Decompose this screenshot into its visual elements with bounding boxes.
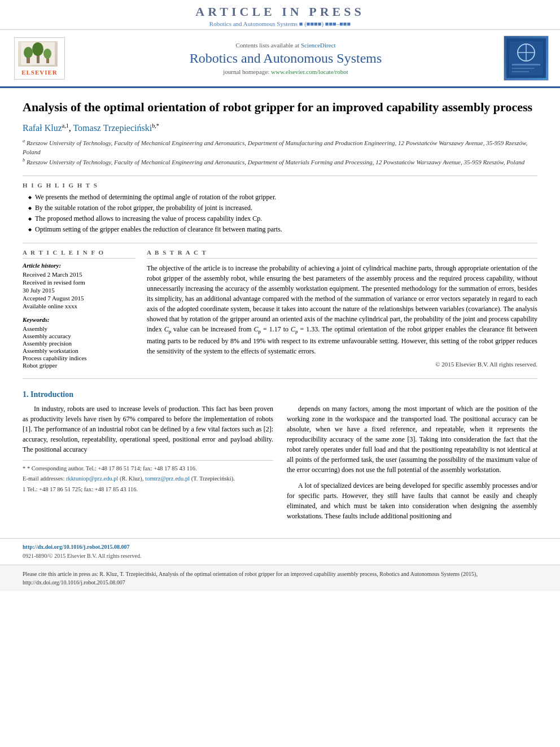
svg-point-6 [43,49,51,59]
received-line: Received 2 March 2015 [23,271,135,278]
history-heading: Article history: [23,262,135,269]
divider-3 [23,378,537,379]
revised-date: 30 July 2015 [23,287,135,294]
journal-cover-image [504,36,549,81]
bullet-2: ◆ [28,206,32,211]
elsevier-text: ELSEVIER [18,69,61,76]
article-in-press-banner: ARTICLE IN PRESS Robotics and Autonomous… [0,0,560,30]
available-line: Available online xxxx [23,303,135,309]
citation-bar: Please cite this article in press as: R.… [0,565,560,591]
svg-rect-12 [512,64,540,65]
journal-ref: Robotics and Autonomous Systems ■ (■■■■)… [0,20,560,27]
intro-col-right: depends on many factors, among the most … [287,404,537,527]
author-2-name: Tomasz Trzepieciński [73,123,152,133]
svg-rect-14 [512,71,529,72]
intro-para-2: depends on many factors, among the most … [287,404,537,475]
article-info-box: A R T I C L E I N F O Article history: R… [23,249,135,369]
svg-rect-13 [512,68,535,69]
intro-para-3: A lot of specialized devices are being d… [287,480,537,521]
divider-2 [23,243,537,243]
contents-line: Contents lists available at ScienceDirec… [68,42,504,49]
elsevier-logo-box: ELSEVIER [14,37,65,80]
footnote-corresponding: * * Corresponding author. Tel.: +48 17 8… [23,464,273,473]
highlight-item-4: ◆ Optimum setting of the gripper enables… [28,225,537,234]
highlights-list: ◆ We presents the method of determining … [23,193,537,234]
affiliations: a Rzeszow University of Technology, Facu… [23,138,537,167]
introduction-section: 1. Introduction In industry, robots are … [23,390,537,527]
article-info-heading: A R T I C L E I N F O [23,249,135,259]
keyword-6: Robot gripper [23,362,135,369]
highlight-item-2: ◆ By the suitable rotation of the robot … [28,204,537,212]
homepage-line: journal homepage: www.elsevier.com/locat… [68,68,504,75]
keyword-2: Assembly accuracy [23,333,135,339]
author-2-sup: b,* [152,123,159,129]
bullet-4: ◆ [28,227,32,232]
highlight-item-1: ◆ We presents the method of determining … [28,193,537,202]
author-1-sup: a,1 [62,123,69,129]
homepage-link[interactable]: www.elsevier.com/locate/robot [271,68,348,75]
sciencedirect-link[interactable]: ScienceDirect [301,42,336,49]
journal-name: Robotics and Autonomous Systems [68,51,504,66]
copyright-line: © 2015 Elsevier B.V. All rights reserved… [147,361,537,368]
aip-title: ARTICLE IN PRESS [0,5,560,19]
bullet-3: ◆ [28,216,32,221]
bullet-1: ◆ [28,195,32,200]
journal-title-center: Contents lists available at ScienceDirec… [68,42,504,75]
highlights-section: H I G H L I G H T S ◆ We presents the me… [23,182,537,234]
accepted-line: Accepted 7 August 2015 [23,295,135,302]
introduction-text: In industry, robots are used to increase… [23,404,537,527]
divider-1 [23,176,537,176]
intro-para-1: In industry, robots are used to increase… [23,404,273,455]
footnote-1: 1 Tel.: +48 17 86 51 725; fax: +48 17 85… [23,485,273,494]
svg-point-4 [32,42,43,56]
keyword-1: Assembly [23,325,135,332]
footnote-email: E-mail addresses: rkktuniop@prz.edu.pl (… [23,474,273,483]
journal-header: ELSEVIER Contents lists available at Sci… [0,30,560,88]
keyword-4: Assembly workstation [23,347,135,354]
abstract-text: The objective of the article is to incre… [147,263,537,356]
affiliation-b: b Rzeszow University of Technology, Facu… [23,157,537,167]
bottom-bar: http://dx.doi.org/10.1016/j.robot.2015.0… [0,538,560,565]
intro-col-left: In industry, robots are used to increase… [23,404,273,527]
keyword-3: Assembly precision [23,340,135,347]
email-link-1[interactable]: rkktuniop@prz.edu.pl [66,475,119,482]
footnotes: * * Corresponding author. Tel.: +48 17 8… [23,460,273,494]
keyword-5: Process capability indices [23,355,135,361]
section-title: 1. Introduction [23,390,537,399]
issn-line: 0921-8890/© 2015 Elsevier B.V. All right… [23,552,537,560]
keywords-heading: Keywords: [23,316,135,323]
abstract-heading: A B S T R A C T [147,249,537,259]
doi-link[interactable]: http://dx.doi.org/10.1016/j.robot.2015.0… [23,543,537,551]
email-link-2[interactable]: tomtrz@prz.edu.pl [145,475,190,482]
info-abstract-row: A R T I C L E I N F O Article history: R… [23,249,537,369]
affiliation-a: a Rzeszow University of Technology, Facu… [23,138,537,157]
main-content: Analysis of the optimal orientation of r… [0,88,560,538]
elsevier-logo-image [18,41,58,67]
svg-point-2 [24,47,33,58]
authors-line: Rafał Kluza,1, Tomasz Trzepiecińskib,* [23,123,537,133]
highlights-heading: H I G H L I G H T S [23,182,537,189]
author-1-name: Rafał Kluz [23,123,62,133]
article-title: Analysis of the optimal orientation of r… [23,99,537,116]
highlight-item-3: ◆ The proposed method allows to increasi… [28,215,537,223]
abstract-box: A B S T R A C T The objective of the art… [147,249,537,369]
elsevier-logo: ELSEVIER [11,37,68,80]
revised-label: Received in revised form [23,279,135,286]
